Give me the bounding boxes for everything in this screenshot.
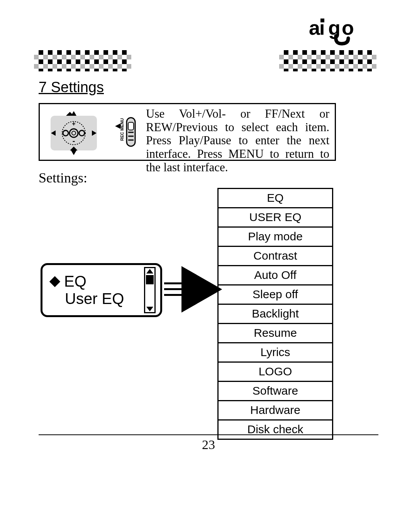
svg-rect-14	[34, 55, 39, 59]
svg-rect-67	[288, 55, 293, 59]
svg-rect-50	[76, 69, 80, 71]
svg-rect-85	[358, 59, 363, 64]
settings-item: Hardware	[219, 401, 332, 421]
svg-rect-90	[307, 64, 312, 69]
svg-rect-64	[358, 50, 363, 55]
svg-rect-53	[103, 69, 108, 71]
svg-rect-6	[57, 50, 62, 55]
svg-rect-23	[117, 55, 122, 59]
svg-marker-119	[71, 150, 76, 155]
decorative-checker-left	[33, 50, 137, 71]
settings-item: Contrast	[219, 247, 332, 266]
scroll-up-icon	[146, 269, 153, 274]
svg-rect-89	[298, 64, 302, 69]
svg-rect-58	[302, 50, 307, 55]
svg-rect-28	[66, 59, 71, 64]
controls-diagram: + - REC MENU	[40, 104, 146, 160]
instruction-text: Use Vol+/Vol- or FF/Next or REW/Previous…	[146, 104, 335, 160]
svg-rect-17	[62, 55, 66, 59]
svg-rect-47	[48, 69, 53, 71]
svg-rect-4	[39, 50, 43, 55]
svg-rect-45	[127, 64, 131, 69]
svg-rect-101	[312, 69, 316, 71]
svg-rect-87	[279, 64, 284, 69]
svg-text:-: -	[72, 137, 75, 145]
svg-rect-78	[293, 59, 298, 64]
scroll-down-icon	[146, 307, 153, 311]
svg-rect-20	[90, 55, 94, 59]
settings-list: EQ USER EQ Play mode Contrast Auto Off S…	[217, 188, 333, 440]
svg-rect-46	[39, 69, 43, 71]
svg-rect-26	[48, 59, 53, 64]
svg-rect-82	[330, 59, 335, 64]
svg-rect-91	[316, 64, 321, 69]
svg-rect-9	[85, 50, 90, 55]
svg-rect-68	[298, 55, 302, 59]
svg-rect-93	[335, 64, 339, 69]
svg-rect-81	[321, 59, 325, 64]
settings-item: LOGO	[219, 363, 332, 382]
svg-rect-105	[349, 69, 353, 71]
svg-rect-8	[76, 50, 80, 55]
svg-rect-79	[302, 59, 307, 64]
svg-rect-72	[335, 55, 339, 59]
svg-rect-39	[71, 64, 76, 69]
svg-rect-86	[367, 59, 372, 64]
svg-rect-51	[85, 69, 90, 71]
menu-slider-icon: REC MENU	[114, 111, 137, 153]
svg-rect-63	[349, 50, 353, 55]
svg-rect-62	[339, 50, 344, 55]
svg-rect-70	[316, 55, 321, 59]
svg-rect-95	[353, 64, 358, 69]
svg-rect-98	[284, 69, 288, 71]
section-heading: 7 Settings	[39, 79, 104, 96]
settings-item: Lyrics	[219, 343, 332, 363]
svg-rect-54	[113, 69, 117, 71]
svg-rect-88	[288, 64, 293, 69]
svg-rect-7	[66, 50, 71, 55]
svg-rect-57	[293, 50, 298, 55]
svg-rect-30	[85, 59, 90, 64]
settings-item: Sleep off	[219, 285, 332, 305]
svg-rect-55	[122, 69, 127, 71]
decorative-checker-right	[278, 50, 382, 71]
lcd-scrollbar	[144, 267, 156, 313]
svg-rect-103	[330, 69, 335, 71]
svg-rect-49	[66, 69, 71, 71]
svg-rect-31	[94, 59, 99, 64]
svg-rect-71	[325, 55, 330, 59]
svg-rect-96	[363, 64, 367, 69]
svg-rect-84	[349, 59, 353, 64]
svg-rect-25	[39, 59, 43, 64]
svg-rect-15	[43, 55, 48, 59]
svg-rect-59	[312, 50, 316, 55]
svg-rect-56	[284, 50, 288, 55]
lcd-line-1-text: EQ	[64, 273, 86, 290]
manual-page: ai g o	[0, 0, 417, 532]
settings-item: Play mode	[219, 228, 332, 247]
settings-item: Auto Off	[219, 266, 332, 285]
svg-rect-77	[284, 59, 288, 64]
svg-rect-43	[108, 64, 113, 69]
settings-item: Resume	[219, 324, 332, 343]
svg-rect-37	[53, 64, 57, 69]
svg-rect-69	[307, 55, 312, 59]
svg-rect-41	[90, 64, 94, 69]
svg-rect-11	[103, 50, 108, 55]
svg-rect-40	[80, 64, 85, 69]
svg-rect-107	[367, 69, 372, 71]
svg-text:o: o	[342, 17, 354, 39]
svg-rect-35	[34, 64, 39, 69]
svg-rect-18	[71, 55, 76, 59]
svg-rect-66	[279, 55, 284, 59]
svg-rect-80	[312, 59, 316, 64]
svg-rect-38	[62, 64, 66, 69]
svg-rect-36	[43, 64, 48, 69]
settings-label: Settings:	[39, 170, 87, 186]
svg-rect-42	[99, 64, 103, 69]
svg-rect-97	[372, 64, 376, 69]
instruction-box: + - REC MENU	[39, 103, 336, 161]
svg-rect-102	[321, 69, 325, 71]
svg-rect-125	[128, 122, 134, 130]
svg-rect-21	[99, 55, 103, 59]
